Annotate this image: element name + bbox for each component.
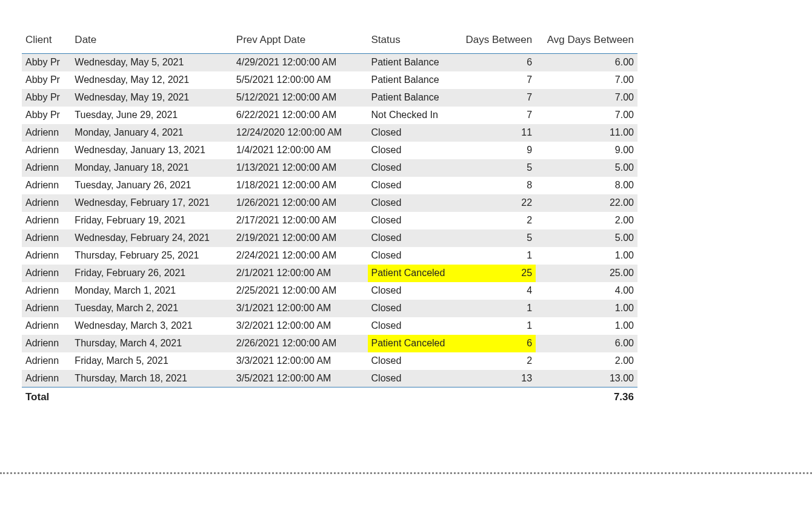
cell-date: Wednesday, February 24, 2021 (71, 229, 232, 247)
table-row[interactable]: AdriennWednesday, February 17, 20211/26/… (22, 194, 637, 212)
cell-days: 1 (460, 300, 536, 317)
cell-days: 5 (460, 159, 536, 177)
cell-avg: 2.00 (536, 352, 637, 370)
cell-date: Monday, March 1, 2021 (71, 282, 232, 300)
cell-prev: 1/18/2021 12:00:00 AM (233, 177, 368, 194)
total-value: 7.36 (536, 387, 637, 407)
cell-client: Adrienn (22, 159, 71, 177)
table-header: Client Date Prev Appt Date Status Days B… (22, 29, 637, 54)
cell-status: Patient Balance (368, 71, 461, 89)
cell-avg: 9.00 (536, 142, 637, 159)
table-row[interactable]: Abby PrWednesday, May 19, 20215/12/2021 … (22, 89, 637, 107)
cell-client: Adrienn (22, 352, 71, 370)
cell-avg: 22.00 (536, 194, 637, 212)
cell-days: 2 (460, 352, 536, 370)
cell-client: Adrienn (22, 300, 71, 317)
table-row[interactable]: AdriennWednesday, January 13, 20211/4/20… (22, 142, 637, 159)
col-header-date[interactable]: Date (71, 29, 232, 54)
cell-days: 6 (460, 54, 536, 71)
cell-avg: 5.00 (536, 159, 637, 177)
cell-prev: 4/29/2021 12:00:00 AM (233, 54, 368, 71)
table-row[interactable]: AdriennThursday, March 4, 20212/26/2021 … (22, 335, 637, 352)
cell-client: Adrienn (22, 247, 71, 265)
cell-client: Adrienn (22, 265, 71, 282)
cell-date: Wednesday, May 5, 2021 (71, 54, 232, 71)
cell-status: Closed (368, 247, 461, 265)
cell-avg: 7.00 (536, 89, 637, 107)
cell-status: Patient Balance (368, 54, 461, 71)
appointments-table: Client Date Prev Appt Date Status Days B… (22, 29, 637, 407)
table-row[interactable]: Abby PrWednesday, May 5, 20214/29/2021 1… (22, 54, 637, 71)
cell-days: 8 (460, 177, 536, 194)
cell-prev: 5/5/2021 12:00:00 AM (233, 71, 368, 89)
cell-client: Abby Pr (22, 71, 71, 89)
cell-prev: 2/26/2021 12:00:00 AM (233, 335, 368, 352)
col-header-status[interactable]: Status (368, 29, 461, 54)
col-header-prev[interactable]: Prev Appt Date (233, 29, 368, 54)
table-row[interactable]: AdriennTuesday, March 2, 20213/1/2021 12… (22, 300, 637, 317)
col-header-days[interactable]: Days Between (460, 29, 536, 54)
cell-prev: 2/25/2021 12:00:00 AM (233, 282, 368, 300)
table-footer: Total 7.36 (22, 387, 637, 407)
cell-client: Adrienn (22, 212, 71, 229)
cell-client: Adrienn (22, 194, 71, 212)
cell-days: 13 (460, 370, 536, 387)
cell-days: 5 (460, 229, 536, 247)
cell-avg: 1.00 (536, 317, 637, 335)
cell-date: Tuesday, June 29, 2021 (71, 107, 232, 124)
table-row[interactable]: AdriennWednesday, March 3, 20213/2/2021 … (22, 317, 637, 335)
cell-avg: 5.00 (536, 229, 637, 247)
total-label: Total (22, 387, 536, 407)
table-row[interactable]: AdriennMonday, January 18, 20211/13/2021… (22, 159, 637, 177)
table-row[interactable]: AdriennWednesday, February 24, 20212/19/… (22, 229, 637, 247)
report-page: Client Date Prev Appt Date Status Days B… (0, 0, 812, 474)
cell-avg: 25.00 (536, 265, 637, 282)
cell-prev: 3/1/2021 12:00:00 AM (233, 300, 368, 317)
cell-days: 7 (460, 107, 536, 124)
table-row[interactable]: AdriennFriday, February 19, 20212/17/202… (22, 212, 637, 229)
cell-date: Thursday, February 25, 2021 (71, 247, 232, 265)
cell-status: Closed (368, 317, 461, 335)
cell-date: Monday, January 4, 2021 (71, 124, 232, 142)
cell-client: Adrienn (22, 335, 71, 352)
cell-avg: 7.00 (536, 107, 637, 124)
cell-avg: 6.00 (536, 54, 637, 71)
cell-prev: 6/22/2021 12:00:00 AM (233, 107, 368, 124)
cell-status: Closed (368, 370, 461, 387)
table-row[interactable]: AdriennThursday, March 18, 20213/5/2021 … (22, 370, 637, 387)
cell-avg: 1.00 (536, 247, 637, 265)
cell-client: Abby Pr (22, 54, 71, 71)
table-row[interactable]: Abby PrWednesday, May 12, 20215/5/2021 1… (22, 71, 637, 89)
cell-prev: 5/12/2021 12:00:00 AM (233, 89, 368, 107)
section-divider (0, 472, 812, 474)
cell-date: Tuesday, March 2, 2021 (71, 300, 232, 317)
cell-date: Wednesday, February 17, 2021 (71, 194, 232, 212)
table-row[interactable]: AdriennFriday, February 26, 20212/1/2021… (22, 265, 637, 282)
cell-client: Adrienn (22, 370, 71, 387)
cell-date: Wednesday, May 12, 2021 (71, 71, 232, 89)
cell-avg: 7.00 (536, 71, 637, 89)
cell-date: Friday, March 5, 2021 (71, 352, 232, 370)
cell-days: 6 (460, 335, 536, 352)
cell-client: Adrienn (22, 177, 71, 194)
table-row[interactable]: AdriennMonday, March 1, 20212/25/2021 12… (22, 282, 637, 300)
cell-avg: 2.00 (536, 212, 637, 229)
cell-days: 1 (460, 317, 536, 335)
cell-prev: 2/17/2021 12:00:00 AM (233, 212, 368, 229)
col-header-client[interactable]: Client (22, 29, 71, 54)
cell-status: Closed (368, 159, 461, 177)
cell-client: Abby Pr (22, 107, 71, 124)
cell-days: 4 (460, 282, 536, 300)
table-row[interactable]: AdriennThursday, February 25, 20212/24/2… (22, 247, 637, 265)
table-row[interactable]: AdriennMonday, January 4, 202112/24/2020… (22, 124, 637, 142)
cell-date: Thursday, March 18, 2021 (71, 370, 232, 387)
table-row[interactable]: AdriennTuesday, January 26, 20211/18/202… (22, 177, 637, 194)
table-row[interactable]: Abby PrTuesday, June 29, 20216/22/2021 1… (22, 107, 637, 124)
table-row[interactable]: AdriennFriday, March 5, 20213/3/2021 12:… (22, 352, 637, 370)
cell-date: Friday, February 19, 2021 (71, 212, 232, 229)
cell-status: Not Checked In (368, 107, 461, 124)
cell-avg: 13.00 (536, 370, 637, 387)
col-header-avg[interactable]: Avg Days Between (536, 29, 637, 54)
cell-prev: 2/19/2021 12:00:00 AM (233, 229, 368, 247)
cell-prev: 1/13/2021 12:00:00 AM (233, 159, 368, 177)
